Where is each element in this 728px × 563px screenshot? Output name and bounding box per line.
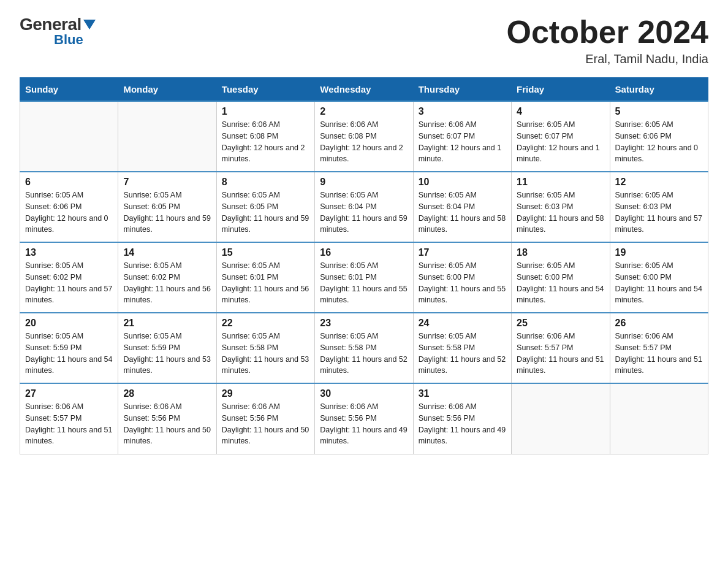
day-number: 20 [25, 318, 113, 329]
day-number: 17 [419, 247, 506, 258]
calendar-cell: 14Sunrise: 6:05 AMSunset: 6:02 PMDayligh… [118, 242, 216, 313]
day-sun-info: Sunrise: 6:05 AMSunset: 5:58 PMDaylight:… [419, 331, 506, 377]
day-number: 31 [419, 388, 506, 399]
calendar-table: SundayMondayTuesdayWednesdayThursdayFrid… [20, 77, 708, 454]
day-sun-info: Sunrise: 6:06 AMSunset: 5:57 PMDaylight:… [517, 331, 604, 377]
day-number: 19 [615, 247, 703, 258]
calendar-cell: 31Sunrise: 6:06 AMSunset: 5:56 PMDayligh… [413, 383, 511, 454]
calendar-cell: 6Sunrise: 6:05 AMSunset: 6:06 PMDaylight… [20, 172, 118, 242]
day-sun-info: Sunrise: 6:05 AMSunset: 6:01 PMDaylight:… [222, 260, 309, 306]
day-number: 6 [25, 177, 113, 188]
main-title: October 2024 [507, 15, 709, 50]
day-sun-info: Sunrise: 6:05 AMSunset: 5:59 PMDaylight:… [25, 331, 113, 377]
calendar-cell: 28Sunrise: 6:06 AMSunset: 5:56 PMDayligh… [118, 383, 216, 454]
calendar-cell: 1Sunrise: 6:06 AMSunset: 6:08 PMDaylight… [216, 101, 314, 172]
day-header-wednesday: Wednesday [315, 78, 413, 102]
day-sun-info: Sunrise: 6:05 AMSunset: 6:03 PMDaylight:… [615, 190, 703, 236]
calendar-cell [610, 383, 708, 454]
calendar-cell [512, 383, 610, 454]
day-sun-info: Sunrise: 6:06 AMSunset: 6:08 PMDaylight:… [320, 119, 408, 165]
day-sun-info: Sunrise: 6:05 AMSunset: 6:06 PMDaylight:… [615, 119, 703, 165]
day-number: 11 [517, 177, 604, 188]
day-sun-info: Sunrise: 6:06 AMSunset: 5:56 PMDaylight:… [123, 401, 211, 447]
day-number: 26 [615, 318, 703, 329]
day-number: 15 [222, 247, 309, 258]
day-sun-info: Sunrise: 6:05 AMSunset: 6:00 PMDaylight:… [517, 260, 604, 306]
calendar-cell: 26Sunrise: 6:06 AMSunset: 5:57 PMDayligh… [610, 313, 708, 383]
day-number: 21 [123, 318, 211, 329]
calendar-cell: 9Sunrise: 6:05 AMSunset: 6:04 PMDaylight… [315, 172, 413, 242]
title-area: October 2024 Eral, Tamil Nadu, India [507, 15, 709, 66]
calendar-cell: 16Sunrise: 6:05 AMSunset: 6:01 PMDayligh… [315, 242, 413, 313]
day-number: 16 [320, 247, 408, 258]
day-sun-info: Sunrise: 6:06 AMSunset: 5:57 PMDaylight:… [615, 331, 703, 377]
svg-marker-0 [83, 20, 96, 29]
calendar-cell: 8Sunrise: 6:05 AMSunset: 6:05 PMDaylight… [216, 172, 314, 242]
day-sun-info: Sunrise: 6:05 AMSunset: 5:58 PMDaylight:… [222, 331, 309, 377]
calendar-cell: 23Sunrise: 6:05 AMSunset: 5:58 PMDayligh… [315, 313, 413, 383]
day-sun-info: Sunrise: 6:05 AMSunset: 5:59 PMDaylight:… [123, 331, 211, 377]
day-number: 4 [517, 106, 604, 117]
day-number: 10 [419, 177, 506, 188]
day-sun-info: Sunrise: 6:05 AMSunset: 5:58 PMDaylight:… [320, 331, 408, 377]
day-number: 24 [419, 318, 506, 329]
day-header-saturday: Saturday [610, 78, 708, 102]
day-sun-info: Sunrise: 6:05 AMSunset: 6:05 PMDaylight:… [222, 190, 309, 236]
day-sun-info: Sunrise: 6:06 AMSunset: 5:57 PMDaylight:… [25, 401, 113, 447]
calendar-cell [20, 101, 118, 172]
calendar-cell: 20Sunrise: 6:05 AMSunset: 5:59 PMDayligh… [20, 313, 118, 383]
day-sun-info: Sunrise: 6:05 AMSunset: 6:04 PMDaylight:… [320, 190, 408, 236]
day-sun-info: Sunrise: 6:05 AMSunset: 6:04 PMDaylight:… [419, 190, 506, 236]
calendar-cell: 27Sunrise: 6:06 AMSunset: 5:57 PMDayligh… [20, 383, 118, 454]
calendar-cell: 30Sunrise: 6:06 AMSunset: 5:56 PMDayligh… [315, 383, 413, 454]
calendar-cell: 25Sunrise: 6:06 AMSunset: 5:57 PMDayligh… [512, 313, 610, 383]
calendar-cell: 7Sunrise: 6:05 AMSunset: 6:05 PMDaylight… [118, 172, 216, 242]
day-number: 18 [517, 247, 604, 258]
day-sun-info: Sunrise: 6:05 AMSunset: 6:00 PMDaylight:… [615, 260, 703, 306]
day-number: 14 [123, 247, 211, 258]
day-sun-info: Sunrise: 6:06 AMSunset: 5:56 PMDaylight:… [320, 401, 408, 447]
day-sun-info: Sunrise: 6:05 AMSunset: 6:07 PMDaylight:… [517, 119, 604, 165]
day-sun-info: Sunrise: 6:05 AMSunset: 6:03 PMDaylight:… [517, 190, 604, 236]
day-number: 2 [320, 106, 408, 117]
day-sun-info: Sunrise: 6:05 AMSunset: 6:02 PMDaylight:… [25, 260, 113, 306]
day-number: 22 [222, 318, 309, 329]
calendar-cell: 12Sunrise: 6:05 AMSunset: 6:03 PMDayligh… [610, 172, 708, 242]
calendar-week-row: 6Sunrise: 6:05 AMSunset: 6:06 PMDaylight… [20, 172, 708, 242]
subtitle: Eral, Tamil Nadu, India [507, 52, 709, 66]
day-header-monday: Monday [118, 78, 216, 102]
calendar-cell: 5Sunrise: 6:05 AMSunset: 6:06 PMDaylight… [610, 101, 708, 172]
day-number: 25 [517, 318, 604, 329]
day-number: 5 [615, 106, 703, 117]
logo-blue-text: Blue [54, 32, 83, 47]
calendar-cell: 17Sunrise: 6:05 AMSunset: 6:00 PMDayligh… [413, 242, 511, 313]
calendar-cell: 19Sunrise: 6:05 AMSunset: 6:00 PMDayligh… [610, 242, 708, 313]
day-sun-info: Sunrise: 6:05 AMSunset: 6:06 PMDaylight:… [25, 190, 113, 236]
calendar-cell: 24Sunrise: 6:05 AMSunset: 5:58 PMDayligh… [413, 313, 511, 383]
day-sun-info: Sunrise: 6:05 AMSunset: 6:01 PMDaylight:… [320, 260, 408, 306]
calendar-cell: 3Sunrise: 6:06 AMSunset: 6:07 PMDaylight… [413, 101, 511, 172]
day-number: 28 [123, 388, 211, 399]
calendar-cell [118, 101, 216, 172]
day-sun-info: Sunrise: 6:06 AMSunset: 5:56 PMDaylight:… [222, 401, 309, 447]
calendar-cell: 11Sunrise: 6:05 AMSunset: 6:03 PMDayligh… [512, 172, 610, 242]
day-number: 1 [222, 106, 309, 117]
calendar-cell: 2Sunrise: 6:06 AMSunset: 6:08 PMDaylight… [315, 101, 413, 172]
calendar-cell: 4Sunrise: 6:05 AMSunset: 6:07 PMDaylight… [512, 101, 610, 172]
calendar-cell: 29Sunrise: 6:06 AMSunset: 5:56 PMDayligh… [216, 383, 314, 454]
calendar-cell: 13Sunrise: 6:05 AMSunset: 6:02 PMDayligh… [20, 242, 118, 313]
day-sun-info: Sunrise: 6:05 AMSunset: 6:00 PMDaylight:… [419, 260, 506, 306]
day-number: 13 [25, 247, 113, 258]
page-header: General Blue October 2024 Eral, Tamil Na… [20, 15, 708, 66]
day-number: 3 [419, 106, 506, 117]
calendar-week-row: 20Sunrise: 6:05 AMSunset: 5:59 PMDayligh… [20, 313, 708, 383]
day-number: 23 [320, 318, 408, 329]
day-number: 30 [320, 388, 408, 399]
logo-triangle-icon [83, 20, 96, 32]
day-number: 7 [123, 177, 211, 188]
day-header-thursday: Thursday [413, 78, 511, 102]
calendar-cell: 15Sunrise: 6:05 AMSunset: 6:01 PMDayligh… [216, 242, 314, 313]
day-header-friday: Friday [512, 78, 610, 102]
calendar-cell: 10Sunrise: 6:05 AMSunset: 6:04 PMDayligh… [413, 172, 511, 242]
day-number: 8 [222, 177, 309, 188]
